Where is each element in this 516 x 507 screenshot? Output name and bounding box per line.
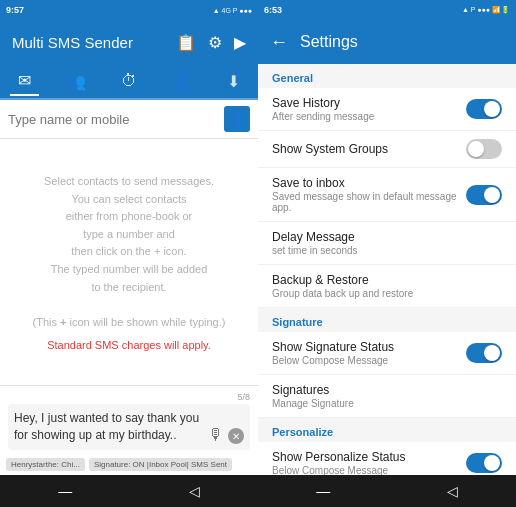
back-nav-icon[interactable]: ◁	[189, 483, 200, 499]
settings-header: ← Settings	[258, 20, 516, 64]
message-input-area: 5/8 Hey, I just wanted to say thank you …	[0, 385, 258, 456]
search-input[interactable]	[8, 112, 224, 127]
toggle-save-inbox-thumb	[484, 187, 500, 203]
header-icons: 📋 ⚙ ▶	[176, 33, 246, 52]
nav-bar-left: — ◁	[0, 475, 258, 507]
send-icon[interactable]: ▶	[234, 33, 246, 52]
setting-save-history-name: Save History	[272, 96, 466, 110]
bottom-labels: Henrystarthe: Chi... Signature: ON |Inbo…	[0, 456, 258, 475]
bottom-label-1: Henrystarthe: Chi...	[6, 458, 85, 471]
setting-signatures-name: Signatures	[272, 383, 502, 397]
tab-contacts[interactable]: 👥	[58, 68, 94, 95]
status-bar-right: 6:53 ▲ P ●●● 📶🔋	[258, 0, 516, 20]
setting-show-system-groups[interactable]: Show System Groups	[258, 131, 516, 168]
toggle-save-inbox[interactable]	[466, 185, 502, 205]
empty-message: Select contacts to send messages.You can…	[33, 173, 226, 331]
setting-backup-restore[interactable]: Backup & Restore Group data back up and …	[258, 265, 516, 308]
settings-page-title: Settings	[300, 33, 358, 51]
setting-save-history-info: Save History After sending message	[272, 96, 466, 122]
right-home-nav-icon[interactable]: —	[316, 483, 330, 499]
right-time: 6:53	[264, 5, 282, 15]
setting-show-personalize-status[interactable]: Show Personalize Status Below Compose Me…	[258, 442, 516, 475]
setting-show-personalize-status-name: Show Personalize Status	[272, 450, 466, 464]
setting-backup-restore-name: Backup & Restore	[272, 273, 502, 287]
setting-show-personalize-status-desc: Below Compose Message	[272, 465, 466, 475]
setting-show-signature-status-info: Show Signature Status Below Compose Mess…	[272, 340, 466, 366]
settings-content: General Save History After sending messa…	[258, 64, 516, 475]
avatar-person-icon: 👤	[229, 111, 246, 127]
nav-bar-right: — ◁	[258, 475, 516, 507]
back-button[interactable]: ←	[270, 32, 288, 53]
section-personalize-label: Personalize	[258, 418, 516, 442]
toggle-show-signature-status-thumb	[484, 345, 500, 361]
section-signature-label: Signature	[258, 308, 516, 332]
setting-save-inbox-info: Save to inbox Saved message show in defa…	[272, 176, 466, 213]
left-panel: 9:57 ▲ 4G P ●●● Multi SMS Sender 📋 ⚙ ▶ ✉…	[0, 0, 258, 507]
right-back-nav-icon[interactable]: ◁	[447, 483, 458, 499]
setting-save-inbox-name: Save to inbox	[272, 176, 466, 190]
section-general-label: General	[258, 64, 516, 88]
toggle-save-history-thumb	[484, 101, 500, 117]
standard-sms-notice: Standard SMS charges will apply.	[47, 339, 211, 351]
setting-backup-restore-info: Backup & Restore Group data back up and …	[272, 273, 502, 299]
tab-profile[interactable]: 👤	[164, 68, 200, 95]
setting-save-inbox-desc: Saved message show in default message ap…	[272, 191, 466, 213]
toggle-show-personalize-status[interactable]	[466, 453, 502, 473]
message-counter: 5/8	[8, 392, 250, 402]
setting-show-signature-status-desc: Below Compose Message	[272, 355, 466, 366]
setting-signatures-desc: Manage Signature	[272, 398, 502, 409]
app-title: Multi SMS Sender	[12, 34, 133, 51]
search-bar: 👤	[0, 100, 258, 139]
setting-delay-message-info: Delay Message set time in seconds	[272, 230, 502, 256]
tab-scheduled[interactable]: ⏱	[113, 68, 145, 94]
setting-show-system-groups-name: Show System Groups	[272, 142, 466, 156]
tab-download[interactable]: ⬇	[219, 68, 248, 95]
right-status-icons: ▲ P ●●● 📶🔋	[462, 6, 510, 14]
mic-icon[interactable]: 🎙	[208, 426, 224, 444]
left-signal-icon: ▲ 4G P ●●●	[213, 7, 252, 14]
clear-message-icon[interactable]: ✕	[228, 428, 244, 444]
setting-save-history-desc: After sending message	[272, 111, 466, 122]
setting-delay-message[interactable]: Delay Message set time in seconds	[258, 222, 516, 265]
setting-backup-restore-desc: Group data back up and restore	[272, 288, 502, 299]
right-panel: 6:53 ▲ P ●●● 📶🔋 ← Settings General Save …	[258, 0, 516, 507]
home-nav-icon[interactable]: —	[58, 483, 72, 499]
settings-icon[interactable]: ⚙	[208, 33, 222, 52]
toggle-show-system-groups[interactable]	[466, 139, 502, 159]
setting-show-personalize-status-info: Show Personalize Status Below Compose Me…	[272, 450, 466, 475]
right-signal-icon: ▲ P ●●● 📶🔋	[462, 6, 510, 14]
toggle-save-history[interactable]	[466, 99, 502, 119]
setting-delay-message-desc: set time in seconds	[272, 245, 502, 256]
message-text[interactable]: Hey, I just wanted to say thank you for …	[14, 410, 202, 444]
toggle-show-system-groups-thumb	[468, 141, 484, 157]
toggle-show-personalize-status-thumb	[484, 455, 500, 471]
setting-save-inbox[interactable]: Save to inbox Saved message show in defa…	[258, 168, 516, 222]
setting-delay-message-name: Delay Message	[272, 230, 502, 244]
tab-bar: ✉ 👥 ⏱ 👤 ⬇	[0, 64, 258, 100]
left-time: 9:57	[6, 5, 24, 15]
setting-show-signature-status-name: Show Signature Status	[272, 340, 466, 354]
setting-signatures[interactable]: Signatures Manage Signature	[258, 375, 516, 418]
status-bar-left: 9:57 ▲ 4G P ●●●	[0, 0, 258, 20]
clipboard-icon[interactable]: 📋	[176, 33, 196, 52]
setting-signatures-info: Signatures Manage Signature	[272, 383, 502, 409]
left-status-icons: ▲ 4G P ●●●	[213, 7, 252, 14]
message-box[interactable]: Hey, I just wanted to say thank you for …	[8, 404, 250, 450]
toggle-show-signature-status[interactable]	[466, 343, 502, 363]
avatar-icon[interactable]: 👤	[224, 106, 250, 132]
setting-save-history[interactable]: Save History After sending message	[258, 88, 516, 131]
tab-sms[interactable]: ✉	[10, 67, 39, 96]
setting-show-signature-status[interactable]: Show Signature Status Below Compose Mess…	[258, 332, 516, 375]
bottom-label-2: Signature: ON |Inbox Pool| SMS Sent	[89, 458, 232, 471]
setting-show-system-groups-info: Show System Groups	[272, 142, 466, 156]
app-header: Multi SMS Sender 📋 ⚙ ▶	[0, 20, 258, 64]
empty-area: Select contacts to send messages.You can…	[0, 139, 258, 385]
